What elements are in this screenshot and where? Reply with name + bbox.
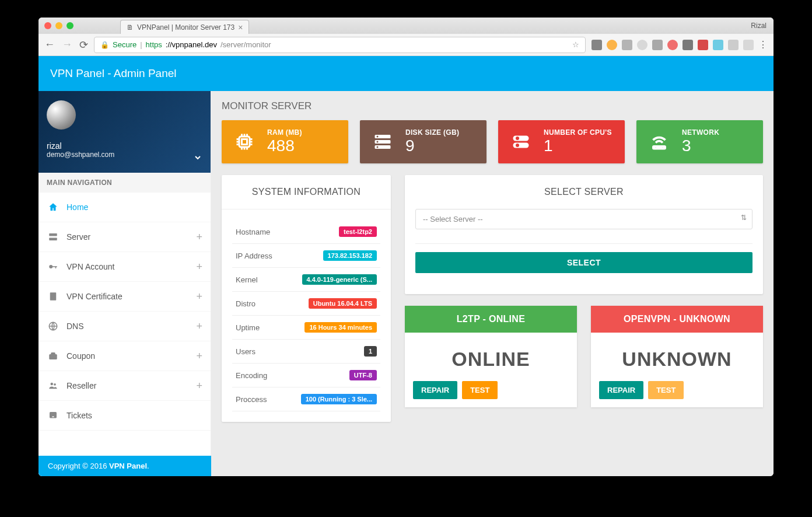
window-controls[interactable] xyxy=(44,22,74,29)
ext-icon-4[interactable] xyxy=(637,40,648,50)
sysinfo-value: 16 Hours 34 minutes xyxy=(304,322,377,333)
titlebar: 🗎 VPNPanel | Monitor Server 173 × Rizal xyxy=(38,18,774,34)
tab-close-icon[interactable]: × xyxy=(238,23,243,32)
nav-label: VPN Account xyxy=(66,262,115,271)
coupon-icon xyxy=(47,351,60,361)
svg-point-17 xyxy=(377,136,379,138)
sysinfo-row: IP Address173.82.153.182 xyxy=(232,244,380,268)
back-icon[interactable]: ← xyxy=(44,39,55,51)
star-icon[interactable]: ☆ xyxy=(572,40,579,49)
ext-icon-6[interactable] xyxy=(667,40,678,50)
stat-label: NUMBER OF CPU'S xyxy=(544,128,612,137)
nav-item-reseller[interactable]: Reseller + xyxy=(38,371,211,401)
footer-brand: VPN Panel xyxy=(109,462,147,470)
svg-point-2 xyxy=(49,265,52,268)
close-window-icon[interactable] xyxy=(44,22,51,29)
svg-point-18 xyxy=(377,141,379,143)
ext-icon-1[interactable] xyxy=(592,40,602,50)
browser-profile[interactable]: Rizal xyxy=(751,22,766,30)
user-email: demo@sshpanel.com xyxy=(47,151,202,159)
test-button[interactable]: TEST xyxy=(462,381,498,399)
nav-item-tickets[interactable]: Tickets xyxy=(38,401,211,431)
card-title: SELECT SERVER xyxy=(405,175,763,209)
stat-cpu: NUMBER OF CPU'S1 xyxy=(498,120,625,163)
system-info-card: SYSTEM INFORMATION Hostnametest-l2tp2 IP… xyxy=(222,175,391,422)
address-bar[interactable]: 🔒 Secure | https://vpnpanel.dev/server/m… xyxy=(94,37,586,53)
system-info-table: Hostnametest-l2tp2 IP Address173.82.153.… xyxy=(232,220,380,411)
nav-label: VPN Certificate xyxy=(66,292,123,301)
network-icon xyxy=(646,128,673,155)
nav-menu: Home Server + VPN Account + VPN Cer xyxy=(38,193,211,431)
service-header: OPENVPN - UNKNOWN xyxy=(591,306,763,333)
server-select[interactable]: -- Select Server -- xyxy=(415,209,752,229)
test-button[interactable]: TEST xyxy=(648,381,684,399)
svg-rect-13 xyxy=(242,139,247,145)
sysinfo-value: test-l2tp2 xyxy=(339,226,377,237)
nav-item-coupon[interactable]: Coupon + xyxy=(38,341,211,371)
divider xyxy=(415,243,752,244)
ext-icon-9[interactable] xyxy=(713,40,723,50)
repair-button[interactable]: REPAIR xyxy=(599,381,643,399)
url-host: ://vpnpanel.dev xyxy=(166,40,217,49)
extensions: ⋮ xyxy=(592,39,768,50)
sysinfo-value: UTF-8 xyxy=(349,370,377,380)
nav-item-dns[interactable]: DNS + xyxy=(38,312,211,341)
sysinfo-value: 173.82.153.182 xyxy=(323,250,377,261)
chevron-down-icon[interactable] xyxy=(193,153,202,162)
ext-icon-11[interactable] xyxy=(743,40,754,50)
svg-rect-12 xyxy=(239,137,250,147)
stat-label: RAM (MB) xyxy=(267,128,302,137)
reload-icon[interactable]: ⟳ xyxy=(79,39,88,51)
sysinfo-label: Proccess xyxy=(232,387,283,411)
nav-label: DNS xyxy=(66,322,84,331)
svg-point-25 xyxy=(655,146,657,148)
svg-point-22 xyxy=(516,137,519,140)
stats-row: RAM (MB)488 DISK SIZE (GB)9 NUMBER OF CP… xyxy=(222,120,763,163)
maximize-window-icon[interactable] xyxy=(66,22,74,29)
user-name: rizal xyxy=(47,141,202,151)
expand-icon: + xyxy=(196,291,202,303)
nav-label: Home xyxy=(66,202,88,212)
service-status: ONLINE xyxy=(405,348,577,371)
sysinfo-value: Ubuntu 16.04.4 LTS xyxy=(309,298,377,309)
browser-menu-icon[interactable]: ⋮ xyxy=(758,39,768,50)
ext-icon-2[interactable] xyxy=(607,40,617,50)
nav-label: Server xyxy=(66,232,90,242)
footer-suffix: . xyxy=(147,462,149,470)
svg-point-9 xyxy=(54,383,56,386)
sysinfo-label: Encoding xyxy=(232,364,283,387)
sysinfo-label: IP Address xyxy=(232,244,283,268)
ext-icon-5[interactable] xyxy=(652,40,663,50)
svg-point-26 xyxy=(662,146,664,148)
expand-icon: + xyxy=(196,320,202,333)
footer-prefix: Copyright © 2016 xyxy=(48,462,109,470)
svg-rect-4 xyxy=(55,266,57,268)
secure-label: Secure xyxy=(113,40,136,49)
nav-label: Coupon xyxy=(66,351,95,361)
select-server-card: SELECT SERVER -- Select Server -- SELECT xyxy=(405,175,763,294)
nav-item-vpn-account[interactable]: VPN Account + xyxy=(38,252,211,282)
expand-icon: + xyxy=(196,261,202,273)
repair-button[interactable]: REPAIR xyxy=(413,381,457,399)
select-button[interactable]: SELECT xyxy=(415,252,752,273)
stat-value: 1 xyxy=(544,137,612,155)
ext-icon-10[interactable] xyxy=(728,40,738,50)
nav-item-home[interactable]: Home xyxy=(38,193,211,222)
sysinfo-row: Users1 xyxy=(232,340,380,364)
nav-label: Tickets xyxy=(66,411,92,420)
svg-rect-5 xyxy=(50,292,57,301)
ext-icon-7[interactable] xyxy=(682,40,693,50)
sysinfo-row: EncodingUTF-8 xyxy=(232,364,380,387)
svg-rect-11 xyxy=(52,417,54,418)
nav-item-server[interactable]: Server + xyxy=(38,222,211,252)
sysinfo-row: DistroUbuntu 16.04.4 LTS xyxy=(232,292,380,316)
ext-icon-8[interactable] xyxy=(698,40,708,50)
forward-icon[interactable]: → xyxy=(62,39,72,51)
nav-item-vpn-certificate[interactable]: VPN Certificate + xyxy=(38,282,211,312)
user-box: rizal demo@sshpanel.com xyxy=(38,91,211,173)
ext-icon-3[interactable] xyxy=(622,40,632,50)
browser-tab[interactable]: 🗎 VPNPanel | Monitor Server 173 × xyxy=(120,20,249,34)
sysinfo-label: Kernel xyxy=(232,268,283,292)
sysinfo-label: Uptime xyxy=(232,316,283,340)
minimize-window-icon[interactable] xyxy=(55,22,62,29)
